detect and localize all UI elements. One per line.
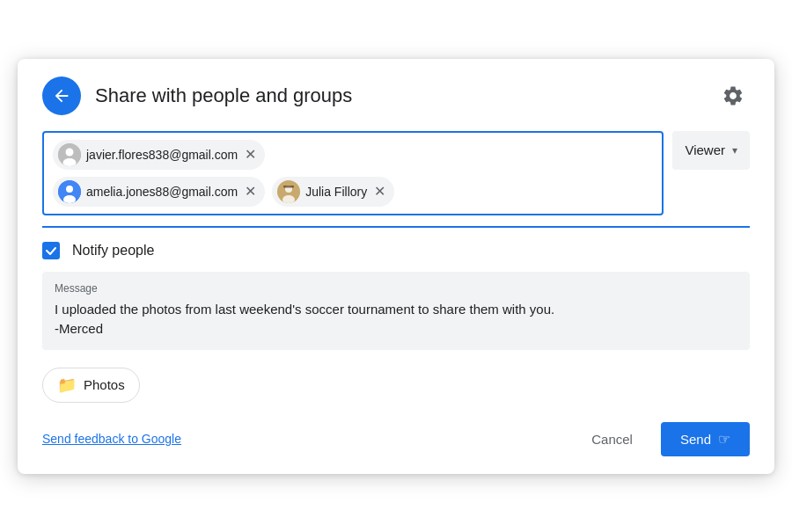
chips-row-1: javier.flores838@gmail.com ✕ bbox=[53, 140, 653, 170]
divider bbox=[42, 226, 750, 228]
footer: Send feedback to Google Cancel Send ☞ bbox=[42, 422, 750, 456]
header-left: Share with people and groups bbox=[42, 77, 352, 115]
notify-label: Notify people bbox=[72, 243, 154, 259]
message-label: Message bbox=[55, 282, 737, 295]
photos-chip[interactable]: 📁 Photos bbox=[42, 368, 140, 403]
avatar-javier bbox=[58, 143, 81, 166]
cancel-button[interactable]: Cancel bbox=[577, 425, 647, 454]
chip-email-javier: javier.flores838@gmail.com bbox=[86, 148, 238, 162]
viewer-dropdown-button[interactable]: Viewer ▾ bbox=[672, 131, 750, 170]
chip-close-julia[interactable]: ✕ bbox=[374, 185, 385, 199]
notify-checkbox[interactable] bbox=[42, 242, 60, 259]
chips-row-2: amelia.jones88@gmail.com ✕ Julia Fillor bbox=[53, 177, 653, 207]
cursor-icon: ☞ bbox=[718, 431, 730, 448]
message-text: I uploaded the photos from last weekend'… bbox=[55, 300, 737, 339]
chip-close-amelia[interactable]: ✕ bbox=[245, 185, 256, 199]
chip-amelia: amelia.jones88@gmail.com ✕ bbox=[53, 177, 265, 207]
recipients-box[interactable]: javier.flores838@gmail.com ✕ amelia.jone… bbox=[42, 131, 664, 215]
avatar-icon-javier bbox=[58, 143, 81, 166]
settings-button[interactable] bbox=[716, 79, 750, 113]
dialog-title: Share with people and groups bbox=[95, 84, 352, 107]
send-label: Send bbox=[680, 432, 711, 447]
svg-rect-9 bbox=[283, 186, 294, 188]
avatar-icon-julia bbox=[277, 180, 300, 203]
chip-email-amelia: amelia.jones88@gmail.com bbox=[86, 185, 238, 199]
chip-julia: Julia Fillory ✕ bbox=[272, 177, 394, 207]
avatar-icon-amelia bbox=[58, 180, 81, 203]
svg-point-4 bbox=[66, 186, 73, 193]
chip-javier: javier.flores838@gmail.com ✕ bbox=[53, 140, 265, 170]
folder-icon: 📁 bbox=[57, 375, 77, 395]
avatar-julia bbox=[277, 180, 300, 203]
dropdown-arrow-icon: ▾ bbox=[732, 144, 737, 157]
viewer-label: Viewer bbox=[685, 142, 725, 157]
back-icon bbox=[52, 86, 71, 106]
recipients-row: javier.flores838@gmail.com ✕ amelia.jone… bbox=[42, 131, 750, 215]
footer-right: Cancel Send ☞ bbox=[577, 422, 750, 456]
chip-name-julia: Julia Fillory bbox=[305, 185, 367, 199]
send-button[interactable]: Send ☞ bbox=[661, 422, 750, 456]
feedback-link[interactable]: Send feedback to Google bbox=[42, 432, 181, 446]
item-name: Photos bbox=[84, 377, 125, 392]
back-button[interactable] bbox=[42, 77, 81, 115]
share-dialog: Share with people and groups bbox=[18, 59, 774, 474]
svg-point-1 bbox=[66, 148, 74, 156]
dialog-header: Share with people and groups bbox=[42, 77, 750, 115]
message-box[interactable]: Message I uploaded the photos from last … bbox=[42, 272, 750, 350]
settings-icon bbox=[722, 84, 744, 107]
avatar-amelia bbox=[58, 180, 81, 203]
checkmark-icon bbox=[45, 244, 57, 257]
chip-close-javier[interactable]: ✕ bbox=[245, 148, 256, 162]
notify-row: Notify people bbox=[42, 242, 750, 259]
